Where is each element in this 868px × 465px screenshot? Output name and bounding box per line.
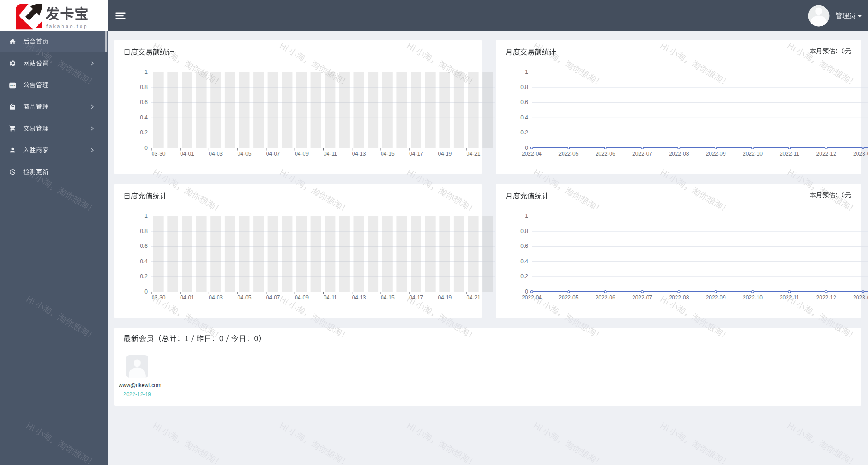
svg-text:2022-11: 2022-11: [780, 151, 799, 157]
svg-text:04-15: 04-15: [381, 151, 395, 157]
svg-text:2022-10: 2022-10: [743, 294, 763, 301]
svg-text:0.2: 0.2: [140, 129, 148, 136]
svg-text:2022-08: 2022-08: [669, 294, 689, 301]
svg-text:2022-09: 2022-09: [706, 294, 726, 301]
svg-text:04-21: 04-21: [467, 151, 481, 157]
svg-text:04-11: 04-11: [324, 294, 337, 301]
svg-text:0.8: 0.8: [520, 84, 528, 90]
svg-text:1: 1: [144, 213, 148, 219]
svg-text:2022-11: 2022-11: [780, 294, 799, 301]
svg-text:04-07: 04-07: [266, 294, 280, 301]
svg-text:2022-12: 2022-12: [816, 294, 836, 301]
svg-text:2022-12: 2022-12: [816, 151, 836, 157]
svg-text:04-09: 04-09: [295, 294, 309, 301]
svg-text:0: 0: [525, 145, 528, 151]
svg-text:2022-05: 2022-05: [558, 151, 578, 157]
svg-text:04-01: 04-01: [180, 294, 194, 301]
svg-text:1: 1: [525, 69, 528, 75]
svg-text:2022-07: 2022-07: [632, 151, 652, 157]
svg-text:2022-10: 2022-10: [743, 151, 763, 157]
svg-text:0.6: 0.6: [520, 243, 528, 249]
svg-text:1: 1: [525, 213, 528, 219]
svg-text:0.6: 0.6: [520, 99, 528, 105]
svg-text:04-01: 04-01: [180, 151, 194, 157]
svg-text:0: 0: [144, 289, 148, 295]
svg-text:04-21: 04-21: [467, 294, 481, 301]
svg-text:0.4: 0.4: [520, 114, 528, 121]
svg-text:0.2: 0.2: [140, 273, 148, 280]
svg-text:2022-06: 2022-06: [596, 151, 615, 157]
svg-text:0.6: 0.6: [140, 99, 148, 105]
svg-text:0.4: 0.4: [140, 258, 148, 265]
svg-text:04-09: 04-09: [295, 151, 309, 157]
svg-text:04-03: 04-03: [209, 294, 223, 301]
svg-text:2023-01: 2023-01: [853, 294, 868, 301]
svg-text:03-30: 03-30: [152, 294, 166, 301]
svg-text:2022-04: 2022-04: [522, 151, 542, 157]
svg-text:04-03: 04-03: [209, 151, 223, 157]
svg-text:2022-07: 2022-07: [632, 294, 652, 301]
svg-text:1: 1: [144, 69, 148, 75]
svg-text:04-13: 04-13: [352, 151, 366, 157]
svg-text:0.2: 0.2: [520, 273, 528, 280]
svg-text:04-05: 04-05: [238, 294, 252, 301]
svg-text:0.4: 0.4: [520, 258, 528, 265]
svg-text:0.2: 0.2: [520, 129, 528, 136]
svg-text:04-15: 04-15: [381, 294, 395, 301]
svg-text:2022-09: 2022-09: [706, 151, 726, 157]
svg-text:04-11: 04-11: [324, 151, 337, 157]
svg-text:2022-08: 2022-08: [669, 151, 689, 157]
svg-text:0.6: 0.6: [140, 243, 148, 249]
svg-text:0: 0: [525, 289, 528, 295]
svg-text:04-17: 04-17: [409, 151, 423, 157]
svg-text:0: 0: [144, 145, 148, 151]
svg-text:04-19: 04-19: [438, 151, 452, 157]
svg-text:04-19: 04-19: [438, 294, 452, 301]
svg-text:2023-01: 2023-01: [853, 151, 868, 157]
svg-text:0.8: 0.8: [520, 228, 528, 234]
svg-text:04-07: 04-07: [266, 151, 280, 157]
svg-text:0.8: 0.8: [140, 228, 148, 234]
svg-text:03-30: 03-30: [152, 151, 166, 157]
svg-text:NEW: NEW: [10, 84, 15, 87]
svg-text:04-13: 04-13: [352, 294, 366, 301]
svg-text:2022-06: 2022-06: [596, 294, 615, 301]
svg-text:04-05: 04-05: [238, 151, 252, 157]
svg-text:0.4: 0.4: [140, 114, 148, 121]
svg-text:04-17: 04-17: [409, 294, 423, 301]
svg-text:0.8: 0.8: [140, 84, 148, 90]
svg-text:2022-04: 2022-04: [522, 294, 542, 301]
svg-text:2022-05: 2022-05: [558, 294, 578, 301]
